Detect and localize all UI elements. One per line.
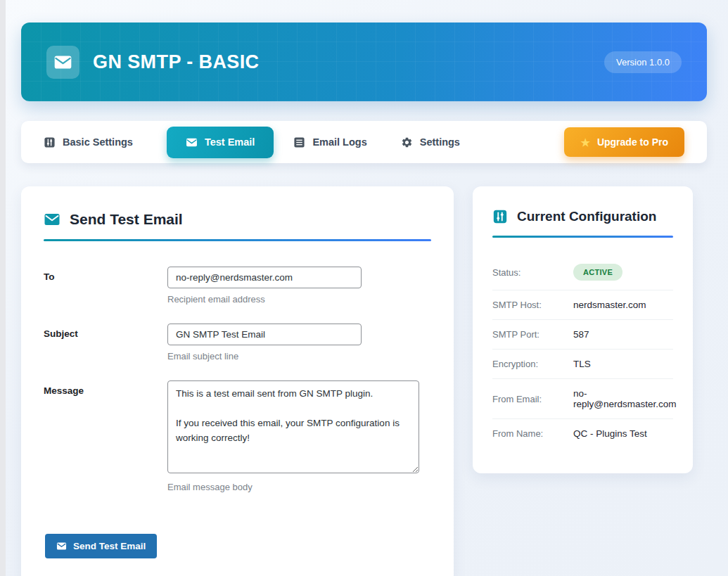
card-header: Current Configuration xyxy=(492,209,673,224)
card-title: Current Configuration xyxy=(517,209,656,224)
envelope-icon xyxy=(186,136,198,148)
tab-label: Settings xyxy=(420,136,460,148)
to-input[interactable] xyxy=(167,267,362,288)
upgrade-to-pro-button[interactable]: ★ Upgrade to Pro xyxy=(564,127,684,157)
send-test-email-button[interactable]: Send Test Email xyxy=(45,534,157,558)
header-underline xyxy=(492,236,673,238)
config-rows: Status: ACTIVE SMTP Host: nerdsmaster.co… xyxy=(492,255,673,448)
config-row-smtp-host: SMTP Host: nerdsmaster.com xyxy=(492,290,673,320)
envelope-icon xyxy=(44,211,60,228)
subject-helper-text: Email subject line xyxy=(167,351,362,361)
send-button-label: Send Test Email xyxy=(73,541,146,551)
version-badge: Version 1.0.0 xyxy=(604,51,682,73)
config-label: Encryption: xyxy=(492,359,573,369)
config-row-from-name: From Name: QC - Plugins Test xyxy=(492,419,673,448)
subject-field-group: Email subject line xyxy=(167,324,362,361)
config-value: TLS xyxy=(573,359,591,369)
envelope-icon xyxy=(46,46,79,79)
send-test-email-card: Send Test Email To Recipient email addre… xyxy=(21,186,454,576)
app-header-banner: GN SMTP - BASIC Version 1.0.0 xyxy=(21,23,707,101)
sliders-icon xyxy=(44,136,56,148)
upgrade-label: Upgrade to Pro xyxy=(597,136,668,148)
card-header: Send Test Email xyxy=(44,211,431,228)
subject-label: Subject xyxy=(44,324,167,361)
test-email-form: To Recipient email address Subject Email… xyxy=(44,267,431,558)
tab-email-logs[interactable]: Email Logs xyxy=(293,128,366,157)
header-underline xyxy=(44,239,431,241)
config-label: SMTP Port: xyxy=(492,329,573,340)
to-helper-text: Recipient email address xyxy=(167,294,362,305)
message-helper-text: Email message body xyxy=(167,482,419,492)
form-row-message: Message This is a test email sent from G… xyxy=(44,380,431,492)
to-label: To xyxy=(44,267,167,305)
config-row-from-email: From Email: no-reply@nerdsmaster.com xyxy=(492,379,673,419)
list-icon xyxy=(293,136,305,148)
config-label: From Email: xyxy=(492,394,573,404)
tab-label: Test Email xyxy=(205,136,255,148)
config-row-smtp-port: SMTP Port: 587 xyxy=(492,320,673,350)
message-label: Message xyxy=(44,380,167,492)
plugin-page: GN SMTP - BASIC Version 1.0.0 Basic Sett… xyxy=(21,23,707,576)
sliders-icon xyxy=(492,209,508,224)
to-field-group: Recipient email address xyxy=(167,267,362,305)
tab-basic-settings[interactable]: Basic Settings xyxy=(44,128,133,157)
form-row-subject: Subject Email subject line xyxy=(44,324,431,361)
config-value: QC - Plugins Test xyxy=(573,428,647,439)
config-value: no-reply@nerdsmaster.com xyxy=(573,388,677,409)
gear-icon xyxy=(401,136,413,148)
tab-bar: Basic Settings Test Email Email Logs xyxy=(21,121,707,163)
page-title: GN SMTP - BASIC xyxy=(93,51,260,73)
tab-label: Basic Settings xyxy=(63,136,133,148)
config-label: SMTP Host: xyxy=(492,300,573,310)
tab-label: Email Logs xyxy=(312,136,366,148)
main-content: Send Test Email To Recipient email addre… xyxy=(21,186,707,576)
admin-edge-strip xyxy=(0,0,6,576)
config-row-status: Status: ACTIVE xyxy=(492,255,673,290)
status-badge: ACTIVE xyxy=(573,264,622,281)
message-textarea[interactable]: This is a test email sent from GN SMTP p… xyxy=(167,380,419,473)
config-label: From Name: xyxy=(492,428,573,439)
config-row-encryption: Encryption: TLS xyxy=(492,350,673,379)
form-row-to: To Recipient email address xyxy=(44,267,431,305)
config-label: Status: xyxy=(492,267,573,278)
config-value: 587 xyxy=(573,329,589,340)
tab-settings[interactable]: Settings xyxy=(401,128,460,157)
current-configuration-card: Current Configuration Status: ACTIVE SMT… xyxy=(473,186,693,473)
envelope-icon xyxy=(56,541,67,551)
config-value: nerdsmaster.com xyxy=(573,300,646,310)
tab-test-email[interactable]: Test Email xyxy=(167,127,274,158)
card-title: Send Test Email xyxy=(70,211,183,228)
message-field-group: This is a test email sent from GN SMTP p… xyxy=(167,380,419,492)
subject-input[interactable] xyxy=(167,324,362,345)
star-icon: ★ xyxy=(580,137,589,148)
